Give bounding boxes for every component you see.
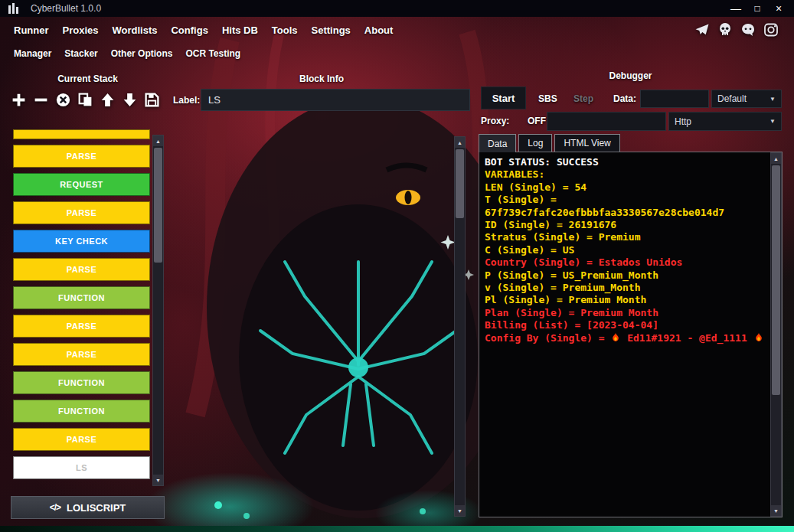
menu-item-tools[interactable]: Tools xyxy=(272,24,298,36)
tab-log[interactable]: Log xyxy=(518,134,552,152)
console-line: Pl (Single) = Premium Month xyxy=(485,294,766,306)
wordlist-type-select[interactable]: Default ▼ xyxy=(711,90,782,108)
fire-icon xyxy=(754,332,763,346)
debugger-console: BOT STATUS: SUCCESSVARIABLES:LEN (Single… xyxy=(479,152,783,517)
close-button[interactable]: × xyxy=(768,1,789,16)
block-info-scrollbar[interactable]: ▲ ▼ xyxy=(454,136,466,517)
menu-item-hits-db[interactable]: Hits DB xyxy=(222,24,258,36)
stack-block-parse[interactable]: PARSE xyxy=(13,258,150,281)
start-button[interactable]: Start xyxy=(481,86,526,109)
clone-block-button[interactable] xyxy=(77,90,94,109)
step-button[interactable]: Step xyxy=(573,93,593,104)
menu-bar: RunnerProxiesWordlistsConfigsHits DBTool… xyxy=(0,18,794,41)
camera-icon[interactable] xyxy=(763,22,779,38)
stack-block-list: PARSEREQUESTPARSEKEY CHECKPARSEFUNCTIONP… xyxy=(13,129,150,486)
stack-block-function[interactable]: FUNCTION xyxy=(13,286,150,309)
move-down-button[interactable] xyxy=(121,90,139,109)
stack-block-function[interactable]: FUNCTION xyxy=(13,400,150,423)
console-line: T (Single) = xyxy=(485,194,766,206)
console-line: 67f739c7fafc20efbbbfaa3330567e28cbe014d7 xyxy=(485,207,766,219)
console-line: VARIABLES: xyxy=(485,168,766,181)
scroll-down-icon[interactable]: ▼ xyxy=(153,475,163,485)
stack-block-clipped[interactable] xyxy=(13,129,150,139)
scroll-up-icon[interactable]: ▲ xyxy=(771,153,781,164)
proxy-toggle[interactable]: OFF xyxy=(528,116,546,126)
scroll-down-icon[interactable]: ▼ xyxy=(455,505,465,516)
scroll-down-icon[interactable]: ▼ xyxy=(771,505,781,516)
maximize-button[interactable]: □ xyxy=(747,1,768,16)
proxy-type-select[interactable]: Http ▼ xyxy=(668,112,782,131)
move-up-button[interactable] xyxy=(99,90,116,109)
telegram-icon[interactable] xyxy=(694,22,710,38)
menu-item-proxies[interactable]: Proxies xyxy=(63,24,99,36)
minimize-button[interactable]: — xyxy=(725,1,747,16)
loliscript-button[interactable]: </> LOLISCRIPT xyxy=(11,496,165,519)
menu-item-configs[interactable]: Configs xyxy=(171,24,207,36)
scroll-thumb[interactable] xyxy=(772,165,780,395)
wordlist-type-value: Default xyxy=(717,93,747,104)
stack-toolbar xyxy=(10,90,161,109)
console-line: v (Single) = Premium_Month xyxy=(485,282,766,294)
stack-block-key-check[interactable]: KEY CHECK xyxy=(13,230,150,253)
console-line: Country (Single) = Estados Unidos xyxy=(485,256,766,269)
stack-block-parse[interactable]: PARSE xyxy=(13,201,150,224)
data-caption: Data: xyxy=(613,93,636,104)
clear-block-button[interactable] xyxy=(54,90,72,109)
console-line: C (Single) = US xyxy=(485,244,766,256)
skull-icon[interactable] xyxy=(717,22,733,38)
bottom-accent-strip xyxy=(0,526,794,532)
menu-item-runner[interactable]: Runner xyxy=(14,24,49,36)
block-info-header: Block Info xyxy=(172,73,471,84)
submenu-item-stacker[interactable]: Stacker xyxy=(64,48,97,59)
console-line: Billing (List) = [2023-04-04] xyxy=(485,319,766,331)
console-line: Config By (Single) = Ed11#1921 - @Ed_111… xyxy=(485,332,766,346)
loliscript-label: LOLISCRIPT xyxy=(67,502,126,514)
console-line: BOT STATUS: SUCCESS xyxy=(485,156,766,168)
stack-block-parse[interactable]: PARSE xyxy=(13,145,150,168)
sbs-toggle[interactable]: SBS xyxy=(538,93,557,104)
console-line: P (Single) = US_Premium_Month xyxy=(485,269,766,282)
scroll-thumb[interactable] xyxy=(154,148,162,263)
stack-block-parse[interactable]: PARSE xyxy=(13,315,150,338)
stack-block-parse[interactable]: PARSE xyxy=(13,428,150,451)
chat-icon[interactable] xyxy=(740,22,756,38)
stack-block-function[interactable]: FUNCTION xyxy=(13,371,150,394)
social-icons xyxy=(694,22,780,38)
scroll-up-icon[interactable]: ▲ xyxy=(455,137,465,148)
app-window: CyberBullet 1.0.0 — □ × RunnerProxiesWor… xyxy=(0,0,794,532)
submenu-item-other-options[interactable]: Other Options xyxy=(111,48,173,59)
window-title: CyberBullet 1.0.0 xyxy=(31,3,101,14)
stack-scrollbar[interactable]: ▲ ▼ xyxy=(152,135,164,486)
data-input[interactable] xyxy=(640,90,709,108)
scroll-up-icon[interactable]: ▲ xyxy=(153,135,163,146)
console-scrollbar[interactable]: ▲ ▼ xyxy=(770,152,782,517)
proxy-input[interactable] xyxy=(547,112,666,131)
console-line: Stratus (Single) = Premium xyxy=(485,231,766,243)
stack-block-parse[interactable]: PARSE xyxy=(13,343,150,366)
save-stack-button[interactable] xyxy=(143,90,161,109)
app-logo-icon xyxy=(8,3,21,14)
submenu-item-manager[interactable]: Manager xyxy=(14,48,51,59)
sub-menu-bar: ManagerStackerOther OptionsOCR Testing xyxy=(0,44,794,63)
code-icon: </> xyxy=(50,502,60,513)
block-label-input[interactable] xyxy=(201,89,470,111)
menu-item-settings[interactable]: Settings xyxy=(312,24,351,36)
block-label-caption: Label: xyxy=(173,95,200,106)
debugger-header: Debugger xyxy=(479,70,783,81)
fire-icon xyxy=(611,332,620,346)
scroll-thumb[interactable] xyxy=(456,149,464,218)
tab-html-view[interactable]: HTML View xyxy=(554,134,619,152)
current-stack-header: Current Stack xyxy=(11,73,165,84)
chevron-down-icon: ▼ xyxy=(769,96,776,103)
submenu-item-ocr-testing[interactable]: OCR Testing xyxy=(185,48,240,59)
proxy-caption: Proxy: xyxy=(481,116,509,126)
menu-item-about[interactable]: About xyxy=(364,24,394,36)
debugger-tabs: DataLogHTML View xyxy=(479,134,622,152)
stack-block-request[interactable]: REQUEST xyxy=(13,173,150,196)
add-block-button[interactable] xyxy=(10,90,28,109)
menu-item-wordlists[interactable]: Wordlists xyxy=(112,24,157,36)
stack-block-ls[interactable]: LS xyxy=(13,456,150,479)
tab-data[interactable]: Data xyxy=(479,134,516,152)
remove-block-button[interactable] xyxy=(32,90,50,109)
console-line: Plan (Single) = Premium Month xyxy=(485,307,766,319)
